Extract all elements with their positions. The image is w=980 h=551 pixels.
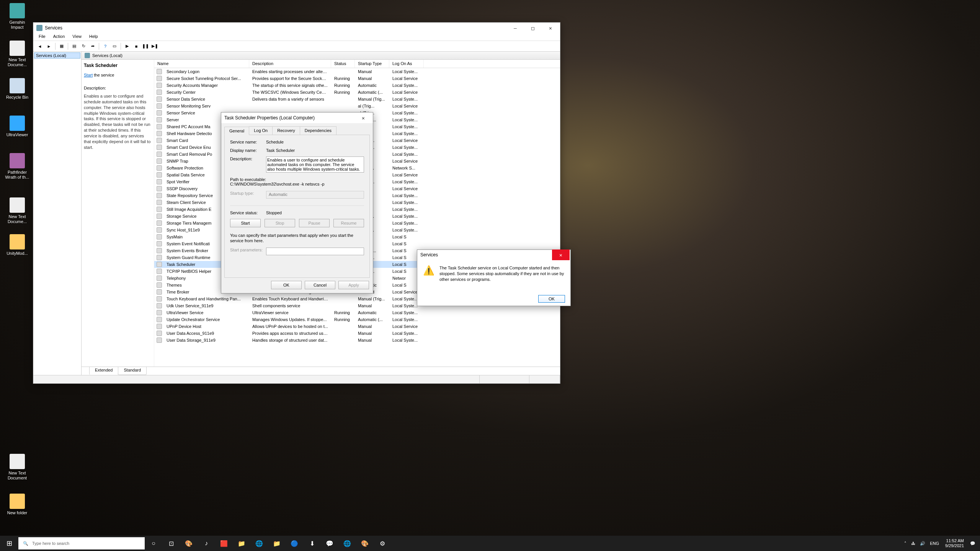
- gear-icon: [157, 331, 162, 336]
- minimize-button[interactable]: —: [506, 23, 524, 33]
- close-button[interactable]: ✕: [542, 23, 559, 33]
- desktop-icon[interactable]: New folder: [3, 494, 31, 515]
- list-header[interactable]: Name Description Status Startup Type Log…: [154, 60, 560, 68]
- show-hide-icon[interactable]: ▦: [57, 42, 66, 51]
- restart-service-icon[interactable]: ▶❚: [150, 42, 159, 51]
- search-box[interactable]: 🔍Type here to search: [18, 537, 145, 549]
- cortana-icon[interactable]: ○: [145, 536, 162, 551]
- error-message: The Task Scheduler service on Local Comp…: [439, 265, 564, 287]
- app-icon[interactable]: 🟥: [215, 536, 233, 551]
- help-icon[interactable]: ?: [101, 42, 109, 51]
- gear-icon: [157, 83, 162, 88]
- services-icon: [36, 25, 42, 31]
- desktop-icon[interactable]: Pathfinder Wrath of th...: [3, 153, 31, 180]
- close-button[interactable]: ✕: [552, 249, 570, 260]
- start-button[interactable]: ⊞: [0, 536, 18, 551]
- startup-type-select: Automatic: [266, 191, 364, 199]
- service-row[interactable]: UltraViewer ServiceUltraViewer serviceRu…: [154, 309, 560, 316]
- start-button[interactable]: Start: [230, 219, 261, 227]
- service-row[interactable]: UPnP Device HostAllows UPnP devices to b…: [154, 323, 560, 330]
- app-icon[interactable]: 🎨: [180, 536, 198, 551]
- service-row[interactable]: Security CenterThe WSCSVC (Windows Secur…: [154, 89, 560, 96]
- gear-icon: [157, 337, 162, 343]
- language-indicator[interactable]: ENG: [928, 541, 941, 546]
- tab-recovery[interactable]: Recovery: [272, 126, 300, 135]
- service-row[interactable]: Secondary LogonEnables starting processe…: [154, 68, 560, 75]
- start-service-icon[interactable]: ▶: [123, 42, 131, 51]
- tab-logon[interactable]: Log On: [249, 126, 273, 135]
- service-row[interactable]: User Data Storage_911e9Handles storage o…: [154, 337, 560, 344]
- desktop-icon[interactable]: New Text Docume...: [3, 197, 31, 224]
- chrome-icon[interactable]: 🔵: [286, 536, 303, 551]
- discord-icon[interactable]: 💬: [321, 536, 338, 551]
- services-running-icon[interactable]: ⚙: [374, 536, 391, 551]
- tab-general[interactable]: General: [224, 127, 249, 135]
- app-icon[interactable]: 🌐: [338, 536, 356, 551]
- explorer-icon[interactable]: 📁: [268, 536, 286, 551]
- edge-icon[interactable]: 🌐: [250, 536, 268, 551]
- service-name-value: Schedule: [266, 140, 364, 144]
- service-row[interactable]: Sensor Monitoring Serval (Trig...Local S…: [154, 103, 560, 109]
- gear-icon: [157, 138, 162, 143]
- menu-help[interactable]: Help: [85, 33, 102, 41]
- back-icon[interactable]: ◄: [36, 42, 44, 51]
- menu-file[interactable]: File: [35, 33, 49, 41]
- refresh-icon[interactable]: ↻: [79, 42, 88, 51]
- service-row[interactable]: User Data Access_911e9Provides apps acce…: [154, 330, 560, 337]
- gear-icon: [157, 248, 162, 253]
- service-row[interactable]: Sensor Data ServiceDelivers data from a …: [154, 96, 560, 103]
- app-icon[interactable]: 📁: [233, 536, 250, 551]
- menu-view[interactable]: View: [69, 33, 85, 41]
- desktop-icon[interactable]: Genshin Impact: [3, 3, 31, 30]
- gear-icon: [157, 214, 162, 219]
- desktop-icon[interactable]: Recycle Bin: [3, 78, 31, 100]
- stop-service-icon[interactable]: ■: [132, 42, 140, 51]
- export-list-icon[interactable]: ➦: [88, 42, 97, 51]
- menu-bar: File Action View Help: [33, 33, 560, 41]
- app-icon[interactable]: 🎨: [356, 536, 374, 551]
- gear-icon: [157, 200, 162, 205]
- cancel-button[interactable]: Cancel: [305, 281, 335, 289]
- titlebar[interactable]: Task Scheduler Properties (Local Compute…: [221, 112, 373, 123]
- service-row[interactable]: Secure Socket Tunneling Protocol Ser...P…: [154, 75, 560, 82]
- steam-icon[interactable]: ⬇: [303, 536, 321, 551]
- volume-icon[interactable]: 🔊: [918, 541, 928, 546]
- close-button[interactable]: ✕: [354, 112, 372, 123]
- ok-button[interactable]: OK: [271, 281, 302, 289]
- desktop-icon[interactable]: New Text Docume...: [3, 41, 31, 67]
- tab-standard[interactable]: Standard: [118, 367, 147, 375]
- menu-action[interactable]: Action: [49, 33, 69, 41]
- forward-icon[interactable]: ►: [45, 42, 53, 51]
- start-parameters-input[interactable]: [266, 248, 364, 255]
- pause-service-icon[interactable]: ❚❚: [141, 42, 150, 51]
- tab-extended[interactable]: Extended: [89, 367, 118, 375]
- titlebar[interactable]: Services ✕: [417, 250, 570, 260]
- service-row[interactable]: Update Orchestrator ServiceManages Windo…: [154, 316, 560, 323]
- ok-button[interactable]: OK: [538, 295, 565, 303]
- task-view-icon[interactable]: ⊡: [162, 536, 180, 551]
- gear-icon: [157, 317, 162, 322]
- start-service-link[interactable]: Start: [84, 73, 93, 77]
- network-icon[interactable]: 🖧: [909, 541, 918, 546]
- gear-icon: [157, 90, 162, 95]
- gear-icon: [157, 69, 162, 74]
- export-icon[interactable]: ▤: [70, 42, 78, 51]
- properties-icon[interactable]: ▭: [110, 42, 119, 51]
- gear-icon: [157, 296, 162, 302]
- app-icon[interactable]: ♪: [198, 536, 215, 551]
- service-row[interactable]: Security Accounts ManagerThe startup of …: [154, 82, 560, 89]
- gear-icon: [157, 289, 162, 295]
- notifications-icon[interactable]: 💬: [968, 541, 978, 546]
- desktop-icon[interactable]: New Text Document: [3, 454, 31, 481]
- tab-dependencies[interactable]: Dependencies: [300, 126, 336, 135]
- desktop-icon[interactable]: UnityMod...: [3, 234, 31, 256]
- tray-chevron-icon[interactable]: ˄: [902, 541, 909, 546]
- description-textarea[interactable]: [266, 156, 364, 173]
- tree-services-local[interactable]: Services (Local): [34, 52, 80, 59]
- gear-icon: [157, 179, 162, 184]
- maximize-button[interactable]: □: [524, 23, 542, 33]
- clock[interactable]: 11:52 AM 9/29/2021: [941, 538, 968, 548]
- desktop-icon[interactable]: UltraViewer: [3, 116, 31, 137]
- titlebar[interactable]: Services — □ ✕: [33, 23, 560, 33]
- selected-service-name: Task Scheduler: [84, 63, 118, 68]
